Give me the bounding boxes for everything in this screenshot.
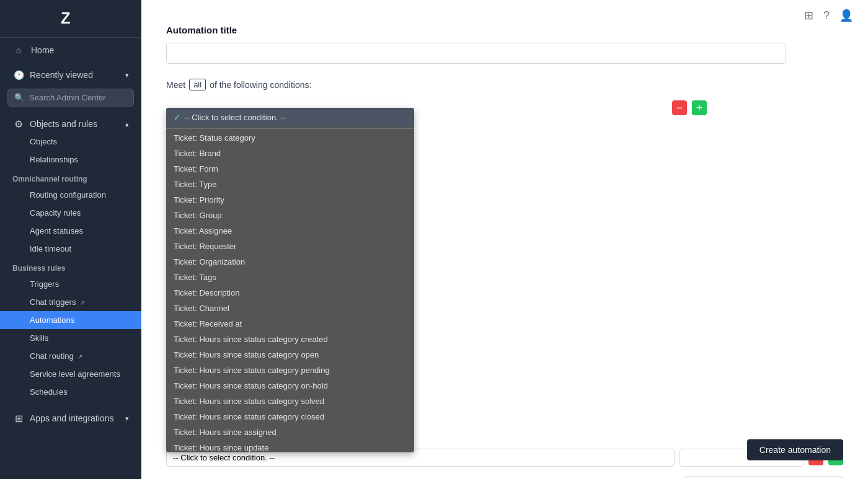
recently-viewed-label: Recently viewed xyxy=(30,70,93,80)
dropdown-item-15[interactable]: Ticket: Hours since status category pend… xyxy=(166,363,414,378)
dropdown-item-4[interactable]: Ticket: Priority xyxy=(166,192,414,208)
dropdown-item-14[interactable]: Ticket: Hours since status category open xyxy=(166,347,414,363)
chevron-down-icon-2: ▾ xyxy=(125,415,129,423)
dropdown-item-13[interactable]: Ticket: Hours since status category crea… xyxy=(166,332,414,347)
create-automation-button[interactable]: Create automation xyxy=(747,439,843,460)
sidebar-item-schedules[interactable]: Schedules xyxy=(0,383,141,401)
help-icon[interactable]: ? xyxy=(823,9,830,22)
sidebar-item-objects[interactable]: Objects xyxy=(0,133,141,151)
automation-title-label: Automation title xyxy=(166,25,843,35)
logo-area: Z xyxy=(0,0,141,38)
dropdown-item-10[interactable]: Ticket: Description xyxy=(166,285,414,301)
grid-icon[interactable]: ⊞ xyxy=(804,9,813,22)
objects-rules-label: Objects and rules xyxy=(30,119,97,129)
sidebar-item-routing-configuration[interactable]: Routing configuration xyxy=(0,186,141,204)
dropdown-item-3[interactable]: Ticket: Type xyxy=(166,177,414,192)
topbar: ⊞ ? 👤 xyxy=(789,0,868,31)
search-input[interactable] xyxy=(29,93,127,102)
dropdown-selected-item: ✓ -- Click to select condition. -- xyxy=(166,108,414,127)
dropdown-item-18[interactable]: Ticket: Hours since status category clos… xyxy=(166,409,414,424)
external-link-icon-2: ↗ xyxy=(78,353,82,360)
user-icon[interactable]: 👤 xyxy=(839,9,853,22)
dropdown-item-20[interactable]: Ticket: Hours since update xyxy=(166,440,414,452)
condition-dropdown-open[interactable]: ✓ -- Click to select condition. -- Ticke… xyxy=(166,108,414,452)
main-content: ⊞ ? 👤 Automation title Meet all of the f… xyxy=(141,0,868,479)
check-icon: ✓ xyxy=(174,113,180,122)
meet-text: Meet xyxy=(166,80,185,90)
omnichannel-routing-group: Omnichannel routing xyxy=(0,169,141,186)
sidebar-item-chat-routing[interactable]: Chat routing ↗ xyxy=(0,347,141,365)
dropdown-item-9[interactable]: Ticket: Tags xyxy=(166,270,414,285)
dropdown-item-5[interactable]: Ticket: Group xyxy=(166,208,414,223)
sidebar-item-skills[interactable]: Skills xyxy=(0,329,141,347)
sidebar-item-automations[interactable]: Automations xyxy=(0,311,141,329)
all-badge: all xyxy=(189,79,206,90)
dropdown-item-17[interactable]: Ticket: Hours since status category solv… xyxy=(166,393,414,409)
sidebar-item-sla[interactable]: Service level agreements xyxy=(0,365,141,383)
sidebar-item-idle-timeout[interactable]: Idle timeout xyxy=(0,240,141,258)
search-box[interactable]: 🔍 xyxy=(7,89,134,107)
chevron-up-icon: ▴ xyxy=(125,120,129,128)
dropdown-item-16[interactable]: Ticket: Hours since status category on-h… xyxy=(166,378,414,393)
conditions-header: Meet all of the following conditions: xyxy=(166,79,843,90)
dropdown-item-11[interactable]: Ticket: Channel xyxy=(166,301,414,316)
apps-icon: ⊞ xyxy=(12,412,25,424)
external-link-icon: ↗ xyxy=(80,299,85,306)
sidebar-item-capacity-rules[interactable]: Capacity rules xyxy=(0,204,141,222)
dropdown-item-1[interactable]: Ticket: Brand xyxy=(166,146,414,161)
dropdown-item-7[interactable]: Ticket: Requester xyxy=(166,239,414,254)
dropdown-item-0[interactable]: Ticket: Status category xyxy=(166,130,414,146)
dropdown-item-19[interactable]: Ticket: Hours since assigned xyxy=(166,424,414,440)
sidebar-objects-rules-header[interactable]: ⚙ Objects and rules ▴ xyxy=(0,112,141,133)
sidebar-item-relationships[interactable]: Relationships xyxy=(0,151,141,169)
search-icon: 🔍 xyxy=(14,93,24,102)
zendesk-logo: Z xyxy=(58,10,83,27)
home-icon: ⌂ xyxy=(12,44,25,56)
add-condition-1-button[interactable]: + xyxy=(692,100,707,115)
automation-title-input[interactable] xyxy=(166,43,786,64)
dropdown-divider xyxy=(166,128,414,129)
business-rules-group: Business rules xyxy=(0,258,141,275)
apps-integrations-label: Apps and integrations xyxy=(30,413,113,423)
remove-condition-1-button[interactable]: − xyxy=(672,100,687,115)
sidebar-item-chat-triggers[interactable]: Chat triggers ↗ xyxy=(0,293,141,311)
page-content: Automation title Meet all of the followi… xyxy=(166,25,843,479)
preview-row: Preview match for the conditions above xyxy=(166,477,843,479)
conditions-suffix: of the following conditions: xyxy=(210,80,311,90)
sidebar-item-agent-statuses[interactable]: Agent statuses xyxy=(0,222,141,240)
dropdown-item-12[interactable]: Ticket: Received at xyxy=(166,316,414,332)
clock-icon: 🕐 xyxy=(12,69,25,81)
sidebar-item-home[interactable]: ⌂ Home xyxy=(0,38,141,63)
sidebar-apps-integrations[interactable]: ⊞ Apps and integrations ▾ xyxy=(0,406,141,427)
dropdown-item-2[interactable]: Ticket: Form xyxy=(166,161,414,177)
chevron-down-icon: ▾ xyxy=(125,71,129,79)
svg-text:Z: Z xyxy=(61,10,71,27)
sidebar: Z ⌂ Home 🕐 Recently viewed ▾ 🔍 ⚙ Objects… xyxy=(0,0,141,479)
objects-icon: ⚙ xyxy=(12,118,25,130)
preview-match-button[interactable]: Preview match for the conditions above xyxy=(684,477,843,479)
sidebar-item-triggers[interactable]: Triggers xyxy=(0,275,141,293)
dropdown-item-6[interactable]: Ticket: Assignee xyxy=(166,223,414,239)
sidebar-recently-viewed[interactable]: 🕐 Recently viewed ▾ xyxy=(0,63,141,84)
dropdown-item-8[interactable]: Ticket: Organization xyxy=(166,254,414,270)
sidebar-home-label: Home xyxy=(31,45,54,55)
dropdown-scroll-area[interactable]: Ticket: Status category Ticket: Brand Ti… xyxy=(166,130,414,452)
condition-row-1: ✓ -- Click to select condition. -- Ticke… xyxy=(166,100,843,115)
